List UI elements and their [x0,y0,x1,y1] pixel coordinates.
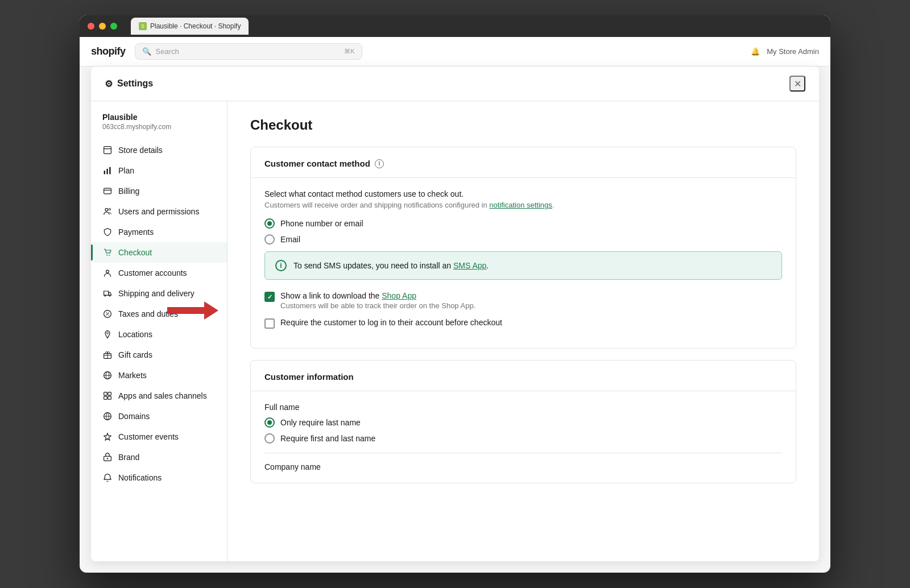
sms-info-icon: i [275,260,287,271]
billing-icon [102,186,113,196]
notifications-icon [102,473,113,483]
sidebar-item-users-permissions[interactable]: Users and permissions [91,201,227,222]
radio-option-last-name[interactable]: Only require last name [264,417,782,428]
bell-icon: 🔔 [751,47,760,56]
sidebar-item-locations[interactable]: Locations [91,324,227,345]
sidebar-label-gift-cards: Gift cards [118,350,152,359]
svg-rect-2 [104,171,105,174]
checkbox-require-login-box[interactable] [264,318,275,329]
sidebar-item-taxes-duties[interactable]: Taxes and duties [91,304,227,324]
sidebar-item-store-details[interactable]: Store details [91,140,227,160]
notification-settings-link[interactable]: notification settings [489,201,552,209]
card-body-contact: Select what contact method customers use… [251,178,796,348]
sms-app-link[interactable]: SMS App [453,261,486,270]
svg-rect-24 [104,392,107,396]
sidebar-label-store-details: Store details [118,146,163,155]
svg-point-7 [105,208,108,211]
tab-title: Plausible · Checkout · Shopify [150,22,241,30]
card-title-info: Customer information [264,372,782,382]
checkout-icon [102,247,113,258]
domains-icon [102,411,113,421]
sms-banner: i To send SMS updates, you need to insta… [264,251,782,280]
section-divider [264,453,782,453]
card-header-info: Customer information [251,361,796,391]
shop-app-link[interactable]: Shop App [382,291,416,300]
settings-content: Checkout Customer contact method i Selec… [228,101,819,561]
customer-information-card: Customer information Full name Only requ… [250,360,796,483]
mac-titlebar: S Plausible · Checkout · Shopify [80,15,830,37]
radio-option-first-last-name[interactable]: Require first and last name [264,433,782,444]
modal-title: Settings [117,78,153,89]
checkbox-require-login[interactable]: Require the customer to log in to their … [264,318,782,329]
store-name: Plausible [102,113,216,122]
brand-icon [102,452,113,462]
svg-rect-27 [108,396,111,400]
sidebar-item-notifications[interactable]: Notifications [91,467,227,488]
sidebar-item-brand[interactable]: Brand [91,447,227,467]
mac-window: S Plausible · Checkout · Shopify shopify… [80,15,830,573]
svg-point-9 [106,255,107,256]
sidebar-item-checkout[interactable]: Checkout [91,242,227,263]
card-body-info: Full name Only require last name Require… [251,391,796,483]
sidebar-label-billing: Billing [118,187,139,196]
sidebar-label-users-permissions: Users and permissions [118,207,199,216]
svg-point-30 [107,458,108,459]
svg-rect-3 [106,169,107,175]
admin-bar: shopify 🔍 Search ⌘K 🔔 My Store Admin [80,37,830,67]
sidebar-label-plan: Plan [118,166,134,175]
search-placeholder: Search [156,47,179,56]
customer-events-icon [102,432,113,442]
card-title-contact: Customer contact method i [264,159,782,168]
sidebar-item-markets[interactable]: Markets [91,365,227,386]
sidebar-item-domains[interactable]: Domains [91,406,227,426]
tab-favicon: S [139,22,147,30]
minimize-button[interactable] [99,23,106,30]
svg-rect-4 [109,167,110,175]
sidebar-label-notifications: Notifications [118,473,162,482]
svg-point-11 [106,270,109,273]
radio-phone-email[interactable] [264,218,275,229]
customer-accounts-icon [102,268,113,278]
sidebar-label-customer-accounts: Customer accounts [118,268,187,278]
sidebar-item-shipping-delivery[interactable]: Shipping and delivery [91,283,227,304]
sidebar-item-payments[interactable]: Payments [91,222,227,242]
svg-point-17 [108,314,109,316]
store-details-icon [102,145,113,155]
radio-email[interactable] [264,234,275,245]
radio-last-name[interactable] [264,417,275,428]
sidebar-label-apps-channels: Apps and sales channels [118,391,207,400]
browser-tab[interactable]: S Plausible · Checkout · Shopify [131,18,249,35]
fullscreen-button[interactable] [110,23,117,30]
svg-rect-25 [108,392,111,396]
sidebar-label-locations: Locations [118,330,152,339]
contact-description: Select what contact method customers use… [264,189,782,198]
svg-point-8 [109,208,110,210]
sidebar-label-customer-events: Customer events [118,432,179,441]
modal-close-button[interactable]: ✕ [789,76,805,92]
radio-option-email[interactable]: Email [264,234,782,245]
sidebar-item-gift-cards[interactable]: Gift cards [91,345,227,365]
sidebar-item-billing[interactable]: Billing [91,181,227,201]
search-bar[interactable]: 🔍 Search ⌘K [135,43,362,60]
radio-first-last-name[interactable] [264,433,275,444]
sidebar-item-customer-accounts[interactable]: Customer accounts [91,263,227,283]
sidebar-item-customer-events[interactable]: Customer events [91,426,227,447]
close-button[interactable] [88,23,94,30]
svg-point-10 [109,255,110,256]
svg-point-16 [106,312,107,313]
sidebar-item-apps-channels[interactable]: Apps and sales channels [91,386,227,406]
store-info: Plausible 063cc8.myshopify.com [91,110,227,140]
shopify-logo: shopify [91,45,126,57]
sidebar-label-checkout: Checkout [118,248,152,257]
checkbox-require-login-label: Require the customer to log in to their … [280,318,502,327]
modal-header: ⚙ Settings ✕ [91,67,819,101]
sidebar-item-plan[interactable]: Plan [91,160,227,181]
info-icon[interactable]: i [375,159,384,168]
sidebar-label-domains: Domains [118,412,150,421]
checkbox-shop-app[interactable]: Show a link to download the Shop App Cus… [264,291,782,310]
checkbox-shop-app-box[interactable] [264,292,275,302]
markets-icon [102,370,113,380]
gear-icon: ⚙ [105,78,113,89]
apps-icon [102,391,113,401]
radio-option-phone-email[interactable]: Phone number or email [264,218,782,229]
